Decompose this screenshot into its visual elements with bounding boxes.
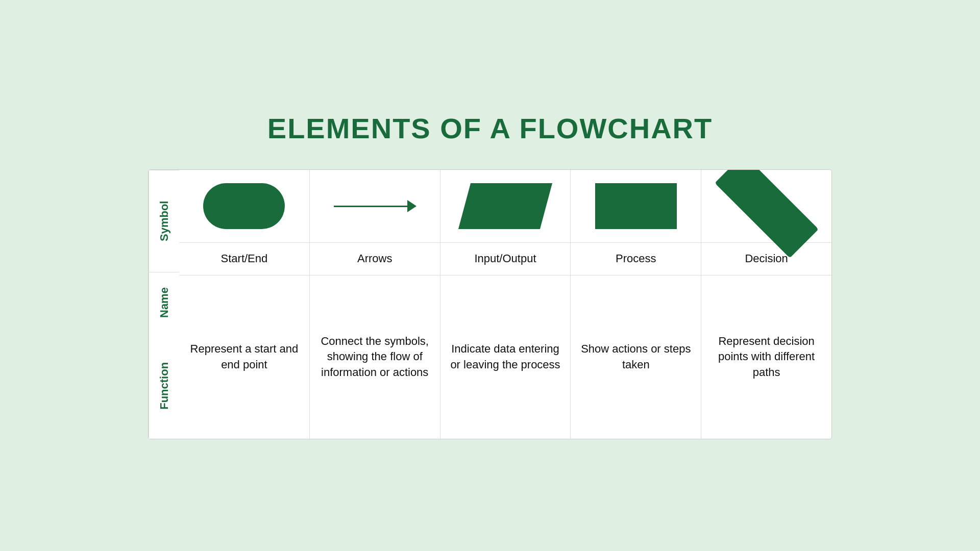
label-column: Symbol Name Function (149, 170, 179, 439)
diamond-wrapper (726, 178, 807, 234)
cell-symbol-startend (179, 170, 310, 242)
cell-name-arrows: Arrows (310, 243, 440, 275)
row-label-symbol: Symbol (149, 170, 179, 272)
shape-arrow (334, 206, 415, 207)
cell-name-startend: Start/End (179, 243, 310, 275)
data-columns: Start/End Arrows Input/Output Process De… (179, 170, 831, 439)
cell-function-process: Show actions or steps taken (571, 276, 701, 439)
cell-symbol-process (571, 170, 701, 242)
flowchart-table: Symbol Name Function (148, 169, 832, 439)
cell-symbol-inputoutput (440, 170, 571, 242)
cell-function-arrows: Connect the symbols, showing the flow of… (310, 276, 440, 439)
shape-parallelogram (458, 183, 552, 229)
shape-rounded-rect (203, 183, 285, 229)
cell-function-startend: Represent a start and end point (179, 276, 310, 439)
name-row: Start/End Arrows Input/Output Process De… (179, 243, 831, 276)
shape-rectangle (595, 183, 677, 229)
cell-name-decision: Decision (701, 243, 831, 275)
cell-name-inputoutput: Input/Output (440, 243, 571, 275)
row-label-name: Name (149, 272, 179, 333)
cell-function-inputoutput: Indicate data entering or leaving the pr… (440, 276, 571, 439)
page-title: ELEMENTS OF A FLOWCHART (267, 112, 713, 145)
cell-name-process: Process (571, 243, 701, 275)
symbol-row (179, 170, 831, 243)
cell-symbol-arrows (310, 170, 440, 242)
cell-symbol-decision (701, 170, 831, 242)
function-row: Represent a start and end point Connect … (179, 276, 831, 439)
row-label-function: Function (149, 333, 179, 439)
cell-function-decision: Represent decision points with different… (701, 276, 831, 439)
